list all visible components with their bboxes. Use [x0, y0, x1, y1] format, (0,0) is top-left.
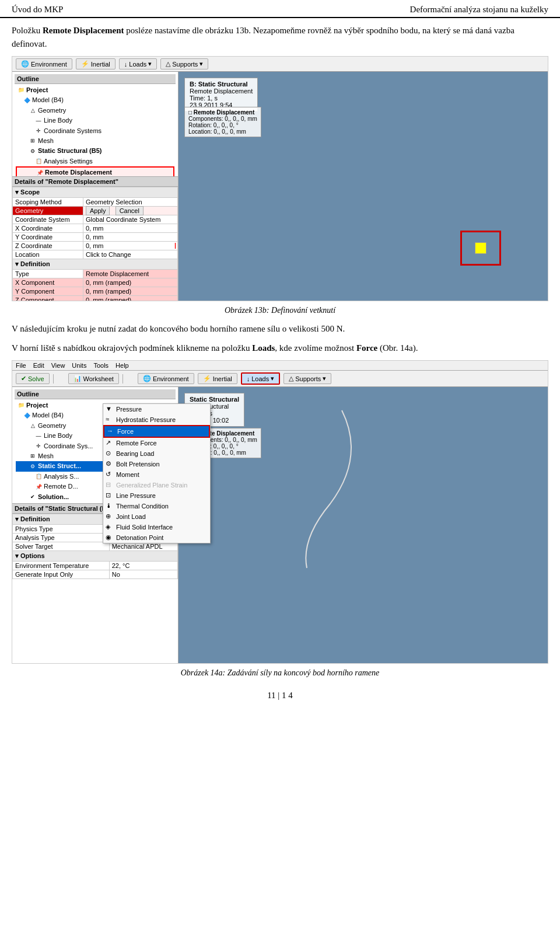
inertial-icon-14a: ⚡ — [203, 375, 211, 382]
tree-item-analysis[interactable]: 📋 Analysis Settings — [16, 156, 174, 166]
paragraph-between: V následujícím kroku je nutní zadat do k… — [12, 322, 548, 336]
menu-moment[interactable]: ↺ Moment — [103, 469, 210, 480]
details-table: ▾ Scope Scoping MethodGeometry Selection… — [12, 187, 178, 301]
menu-pressure[interactable]: ▼ Pressure — [103, 404, 210, 414]
outline-tree: 📁 Project 🔷 Model (B4) △ — [15, 84, 176, 177]
menu-force[interactable]: → Force — [103, 425, 210, 438]
folder-icon: 📁 — [17, 86, 25, 95]
screenshot-13b: 🌐 Environment ⚡ Inertial ↓ Loads ▾ △ Sup… — [12, 56, 548, 301]
viewport-14a: Static Structural atic Structural me: 1,… — [178, 387, 548, 663]
caption-after-text: V následujícím kroku je nutní zadat do k… — [12, 324, 345, 333]
page-number: 11 — [267, 691, 275, 700]
force-icon: → — [107, 427, 115, 435]
menu-edit[interactable]: Edit — [33, 362, 44, 369]
worksheet-btn[interactable]: 📊 Worksheet — [68, 373, 119, 384]
generalized-icon: ⊟ — [106, 481, 114, 489]
p2-bold: Loads — [252, 343, 275, 353]
bearing-icon: ⊙ — [106, 449, 114, 458]
menu-bearing-load[interactable]: ⊙ Bearing Load — [103, 448, 210, 459]
tree-item-model[interactable]: 🔷 Model (B4) — [16, 95, 174, 105]
tree-item-geometry[interactable]: △ Geometry — [16, 106, 174, 116]
thermal-icon: 🌡 — [106, 502, 114, 510]
cs-icon-14a: ✛ — [34, 442, 43, 450]
menu-help[interactable]: Help — [116, 362, 129, 369]
loads-icon-14a: ↓ — [247, 375, 250, 382]
toolbar-13b: 🌐 Environment ⚡ Inertial ↓ Loads ▾ △ Sup… — [12, 57, 548, 72]
p2-rest: , kde zvolíme možnost — [275, 343, 356, 353]
y-component-row: Y Component0, mm (ramped) — [13, 287, 178, 296]
menubar-14a: File Edit View Units Tools Help — [12, 361, 548, 371]
supports-dropdown-icon-14a: ▾ — [323, 375, 326, 382]
tree-item-linebody[interactable]: — Line Body — [16, 116, 174, 126]
page-header: Úvod do MKP Deformační analýza stojanu n… — [0, 0, 560, 18]
page-footer: 11 | 1 4 — [0, 685, 560, 706]
header-left: Úvod do MKP — [12, 5, 63, 15]
supports-btn[interactable]: △ Supports ▾ — [160, 58, 208, 69]
menu-view[interactable]: View — [51, 362, 65, 369]
geometry-icon: △ — [29, 106, 37, 114]
viewport-13b: B: Static Structural Remote Displacement… — [178, 72, 548, 301]
footer-total: 1 4 — [282, 691, 293, 700]
p2-intro: V horní liště s nabídkou okrajových podm… — [12, 343, 252, 353]
loads-btn-14a[interactable]: ↓ Loads ▾ — [241, 372, 280, 385]
tree-item-project[interactable]: 📁 Project — [16, 85, 174, 95]
p1-text: Položku — [12, 26, 43, 35]
environment-btn[interactable]: 🌐 Environment — [16, 58, 72, 69]
env-icon-14a: 🌐 — [143, 375, 151, 382]
x-coord-row: X Coordinate0, mm — [13, 224, 178, 233]
loads-btn[interactable]: ↓ Loads ▾ — [119, 58, 157, 69]
inertial-btn-14a[interactable]: ⚡ Inertial — [198, 373, 237, 384]
moment-icon: ↺ — [106, 471, 114, 479]
supports-icon-14a: △ — [289, 375, 293, 382]
geometry-row: Geometry Apply Cancel — [13, 207, 178, 215]
lb-icon-14a: — — [34, 432, 43, 440]
fluid-solid-icon: ◈ — [106, 523, 114, 531]
scope-section: ▾ Scope — [13, 187, 178, 198]
rd-icon-14a: 📌 — [34, 483, 43, 491]
menu-thermal[interactable]: 🌡 Thermal Condition — [103, 501, 210, 511]
tree-item-static[interactable]: ⚙ Static Structural (B5) — [16, 146, 174, 156]
pressure-icon: ▼ — [106, 405, 114, 413]
inertial-icon: ⚡ — [81, 60, 89, 68]
menu-line-pressure[interactable]: ⊡ Line Pressure — [103, 490, 210, 501]
menu-detonation[interactable]: ◉ Detonation Point — [103, 532, 210, 543]
menu-fluid-solid[interactable]: ◈ Fluid Solid Interface — [103, 522, 210, 532]
mesh-icon-14a: ⊞ — [29, 452, 37, 461]
tree-item-remote-disp[interactable]: 📌 Remote Displacement — [16, 166, 174, 177]
solve-btn[interactable]: ✔ Solve — [16, 373, 50, 384]
menu-hydrostatic[interactable]: ≈ Hydrostatic Pressure — [103, 414, 210, 425]
z-coord-row: Z Coordinate0, mm | — [13, 242, 178, 250]
menu-bolt[interactable]: ⚙ Bolt Pretension — [103, 459, 210, 469]
remote-force-icon: ↗ — [106, 439, 114, 447]
model-icon-14a: 🔷 — [23, 412, 31, 420]
definition-section: ▾ Definition — [13, 259, 178, 270]
toolbar-14a: ✔ Solve 📊 Worksheet 🌐 Environment ⚡ Iner… — [12, 371, 548, 387]
y-coord-row: Y Coordinate0, mm — [13, 233, 178, 242]
options-section-14a: ▾ Options — [13, 551, 178, 562]
p1-bold: Remote Displacement — [43, 26, 124, 35]
environment-btn-14a[interactable]: 🌐 Environment — [138, 373, 194, 384]
menu-tools[interactable]: Tools — [93, 362, 108, 369]
viewport-svg — [178, 72, 354, 159]
details-panel-13b: Details of "Remote Displacement" ▾ Scope… — [12, 177, 178, 301]
menu-joint-load[interactable]: ⊕ Joint Load — [103, 511, 210, 522]
ansys-main-14a: Outline 📁 Project 🔷 Model (B4) — [12, 387, 548, 663]
cancel-btn[interactable]: Cancel — [116, 206, 144, 215]
inertial-btn[interactable]: ⚡ Inertial — [76, 58, 116, 69]
header-right: Deformační analýza stojanu na kuželky — [410, 5, 548, 15]
screenshot-14a: File Edit View Units Tools Help ✔ Solve … — [12, 360, 548, 664]
apply-btn[interactable]: Apply — [86, 206, 110, 215]
menu-generalized: ⊟ Generalized Plane Strain — [103, 480, 210, 490]
supports-btn-14a[interactable]: △ Supports ▾ — [284, 373, 331, 384]
menu-units[interactable]: Units — [72, 362, 86, 369]
p2-end: (Obr. 14a). — [377, 343, 418, 353]
linebody-icon: — — [34, 117, 43, 125]
menu-remote-force[interactable]: ↗ Remote Force — [103, 438, 210, 448]
generate-input-row: Generate Input OnlyNo — [13, 570, 178, 579]
type-row: TypeRemote Displacement — [13, 270, 178, 278]
tree-item-coordsys[interactable]: ✛ Coordinate Systems — [16, 126, 174, 136]
env-temp-row: Environment Temperature22, °C — [13, 562, 178, 570]
tree-item-mesh[interactable]: ⊞ Mesh — [16, 136, 174, 146]
z-component-row: Z Component0, mm (ramped) — [13, 296, 178, 301]
menu-file[interactable]: File — [16, 362, 26, 369]
